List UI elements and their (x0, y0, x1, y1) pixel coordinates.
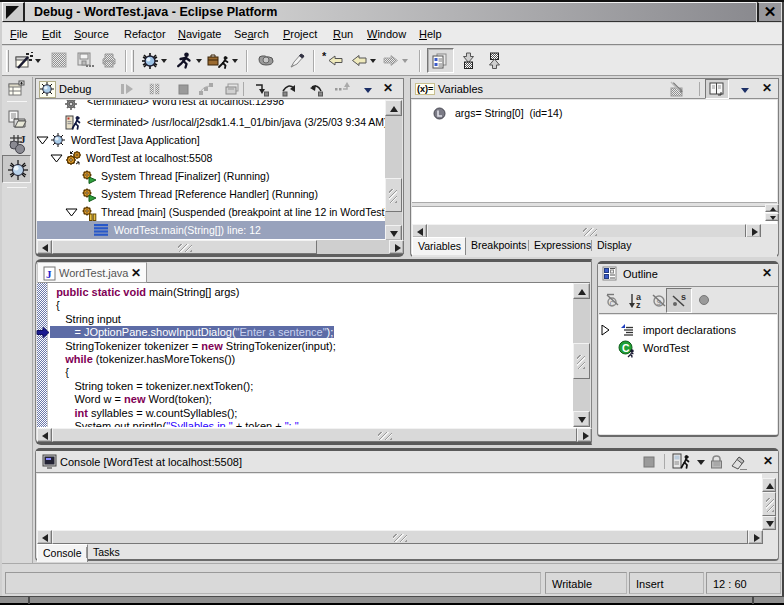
svg-text:s: s (681, 292, 686, 302)
svg-text:*: * (322, 52, 327, 62)
svg-text:J: J (46, 268, 52, 280)
svg-text:z: z (636, 300, 641, 309)
svg-text:C: C (622, 342, 630, 354)
svg-text:J: J (20, 134, 26, 145)
